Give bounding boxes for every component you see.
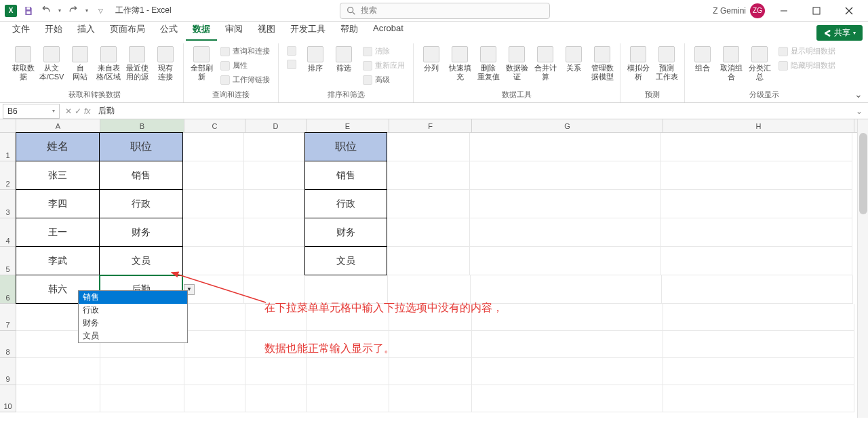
cell-D9[interactable] [245,358,307,385]
cell-G1[interactable] [470,133,661,161]
cell-E1[interactable]: 职位 [304,132,387,161]
formula-expand-button[interactable]: ⌄ [850,106,868,116]
cell-G5[interactable] [470,247,661,275]
tab-公式[interactable]: 公式 [153,20,184,41]
cell-E9[interactable] [307,358,389,385]
row-header[interactable]: 1 [0,133,16,161]
tab-开发工具[interactable]: 开发工具 [283,20,332,41]
row-header[interactable]: 7 [0,304,16,331]
column-header[interactable]: C [184,119,245,132]
row-header[interactable]: 9 [0,358,16,385]
cell-C2[interactable] [183,161,244,190]
cell-G3[interactable] [470,190,661,218]
cell-F6[interactable] [388,275,471,304]
ribbon-button[interactable]: 关系 [560,43,587,85]
ribbon-button[interactable]: 预测 工作表 [653,43,680,85]
cancel-icon[interactable]: ✕ [65,106,72,116]
row-header[interactable]: 6 [0,275,16,304]
cell-A10[interactable] [16,385,100,412]
cell-E6[interactable] [305,275,388,304]
cell-G2[interactable] [470,161,661,190]
redo-button[interactable] [65,3,81,19]
scrollbar-thumb[interactable] [859,133,867,214]
cell-F10[interactable] [389,385,472,412]
ribbon-small-button[interactable]: 清除 [360,45,408,58]
cell-H6[interactable] [662,275,853,304]
ribbon-small-button[interactable]: 高级 [360,73,408,86]
dropdown-option[interactable]: 销售 [79,291,187,304]
ribbon-button[interactable]: 管理数 据模型 [589,43,616,85]
tab-帮助[interactable]: 帮助 [334,20,365,41]
ribbon-button[interactable]: 排序 [302,43,329,85]
maximize-button[interactable] [803,1,830,20]
ribbon-button[interactable]: 取消组合 [717,43,745,85]
ribbon-button[interactable]: 快速填充 [446,43,473,85]
dropdown-option[interactable]: 文员 [79,330,187,342]
tab-审阅[interactable]: 审阅 [218,20,250,41]
ribbon-small-button[interactable]: 属性 [218,59,273,72]
undo-button[interactable] [38,3,54,19]
cell-H1[interactable] [661,133,852,161]
cell-G9[interactable] [472,358,663,385]
column-header[interactable]: D [245,119,307,132]
name-box[interactable]: B6 ▾ [3,104,60,119]
tab-页面布局[interactable]: 页面布局 [103,20,152,41]
cell-E10[interactable] [307,385,389,412]
ribbon-button[interactable]: 分类汇总 [746,43,773,85]
cell-B10[interactable] [100,385,184,412]
cell-E4[interactable]: 财务 [304,218,387,247]
cell-F4[interactable] [387,218,470,247]
ribbon-button[interactable]: 全部刷新 [188,43,215,85]
column-header[interactable]: H [663,119,854,132]
cell-H8[interactable] [663,331,854,358]
formula-input[interactable]: 后勤 [93,105,850,117]
fx-icon[interactable]: fx [84,106,90,116]
cell-E5[interactable]: 文员 [304,246,387,275]
qat-customize-button[interactable]: ▽ [92,3,108,19]
cell-C9[interactable] [184,358,245,385]
save-button[interactable] [20,3,37,19]
column-header[interactable]: B [100,119,184,132]
row-header[interactable]: 3 [0,190,16,218]
cell-G6[interactable] [471,275,662,304]
cell-H9[interactable] [663,358,854,385]
column-header[interactable]: A [16,119,100,132]
user-badge[interactable]: Z Gemini ZG [713,3,765,18]
cell-F1[interactable] [387,133,470,161]
ribbon-small-button[interactable]: 显示明细数据 [776,45,838,58]
cell-F3[interactable] [387,190,470,218]
column-header[interactable]: E [307,119,389,132]
cell-D4[interactable] [244,218,305,247]
ribbon-collapse-button[interactable]: ⌄ [854,89,863,100]
cell-A2[interactable]: 张三 [16,161,100,190]
select-all-corner[interactable] [0,119,16,132]
ribbon-button[interactable]: 删除 重复值 [475,43,502,85]
tab-数据[interactable]: 数据 [186,20,217,41]
ribbon-button[interactable]: 分列 [418,43,445,85]
ribbon-button[interactable]: 最近使 用的源 [123,43,151,85]
cell-H2[interactable] [661,161,852,190]
enter-icon[interactable]: ✓ [75,106,81,116]
app-icon[interactable]: X [3,3,19,19]
dropdown-option[interactable]: 行政 [79,304,187,317]
ribbon-small-button[interactable]: 工作簿链接 [218,73,273,86]
ribbon-button[interactable]: 合并计算 [532,43,559,85]
ribbon-button[interactable]: 筛选 [330,43,357,85]
column-header[interactable]: F [389,119,472,132]
cell-A3[interactable]: 李四 [16,189,100,218]
cell-H7[interactable] [663,304,854,331]
cell-G8[interactable] [472,331,663,358]
cell-F2[interactable] [387,161,470,190]
cell-B3[interactable]: 行政 [99,189,183,218]
cell-C4[interactable] [183,218,244,247]
cell-C1[interactable] [183,133,244,161]
cell-B9[interactable] [100,358,184,385]
tab-视图[interactable]: 视图 [251,20,282,41]
cell-H3[interactable] [661,190,852,218]
minimize-button[interactable] [770,1,797,20]
cell-C3[interactable] [183,190,244,218]
cell-F8[interactable] [389,331,472,358]
redo-more-button[interactable]: ▾ [83,3,91,19]
undo-more-button[interactable]: ▾ [56,3,64,19]
row-header[interactable]: 8 [0,331,16,358]
